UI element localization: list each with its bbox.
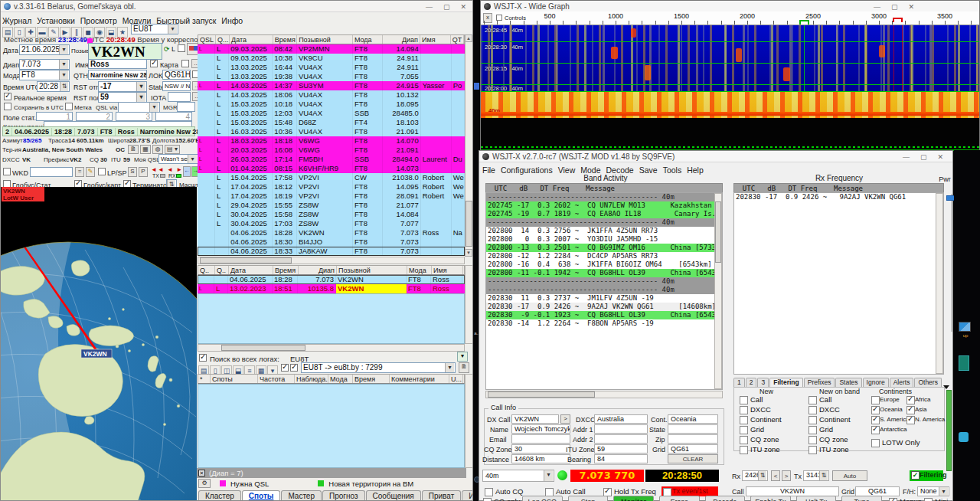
- wx-minimize-icon[interactable]: —: [903, 153, 910, 161]
- qsl-via-field[interactable]: [118, 102, 160, 113]
- stat-field-1[interactable]: 1: [36, 112, 73, 121]
- waterfall[interactable]: [481, 25, 979, 91]
- desktop-icon-window[interactable]: [959, 322, 971, 332]
- dx-call-field[interactable]: VK2WN: [511, 414, 559, 424]
- lpsp-checkbox[interactable]: [98, 168, 106, 175]
- wkd-field[interactable]: [30, 167, 73, 177]
- dupe-header-row[interactable]: Q..Q..ДатаВремяДиапПозывнойМодаИмя: [198, 265, 465, 275]
- ba-vscroll-thumb[interactable]: [715, 201, 721, 263]
- filter-tab[interactable]: Ignore: [863, 378, 889, 387]
- dx-call-lookup-button[interactable]: >: [560, 414, 570, 424]
- lotw-only-checkbox[interactable]: LOTW Only: [871, 438, 920, 448]
- rx-up-button[interactable]: >: [782, 470, 791, 481]
- cont-field[interactable]: Oceania: [668, 414, 718, 424]
- newband-filter-checkbox[interactable]: ITU zone: [808, 445, 869, 455]
- bottom-tab[interactable]: Споты: [242, 490, 281, 501]
- band-activity-list[interactable]: ----------------------------------------…: [485, 192, 723, 390]
- callsign-field[interactable]: VK2WN: [88, 43, 162, 60]
- save-utc-checkbox[interactable]: [4, 103, 11, 110]
- log-row[interactable]: 04.06.202518:30BI4JJOFT87.073: [198, 237, 465, 247]
- log-vscrollbar[interactable]: ▲ ▼: [465, 34, 473, 257]
- state-field[interactable]: NSW // NE: [162, 81, 191, 91]
- wg-maximize-icon[interactable]: ▢: [891, 3, 898, 11]
- decode-row[interactable]: 202830 -17 0.9 2426 ~ 9A2AJ VK2WN QG61 […: [486, 303, 722, 311]
- auto-button[interactable]: Auto: [832, 470, 867, 481]
- band-field[interactable]: 7.073: [19, 59, 70, 70]
- wsjtx-menu-item[interactable]: File: [482, 165, 501, 175]
- addr1-field[interactable]: [594, 424, 648, 434]
- decode-row[interactable]: ----------------------------------------…: [486, 286, 722, 294]
- wx-close-icon[interactable]: ✕: [937, 153, 943, 161]
- stat-field-4[interactable]: 4: [155, 112, 192, 121]
- bottom-tab[interactable]: Кластер: [198, 490, 241, 501]
- log-row[interactable]: L30.04.202515:58ZS8WFT814.084: [198, 210, 465, 219]
- log-row[interactable]: LL18.03.202518:18V6WGFT814.070: [198, 136, 465, 146]
- log-vscroll-thumb[interactable]: [466, 201, 472, 247]
- log-row[interactable]: L29.04.202515:55ZS8WFT821.077: [198, 201, 465, 210]
- email-field[interactable]: [511, 434, 570, 444]
- filter-tab[interactable]: Prefixes: [804, 378, 835, 387]
- log-row[interactable]: L16.03.202510:36VU4AXFT821.091: [198, 127, 465, 136]
- menu-item[interactable]: Инфо: [221, 15, 248, 26]
- menus-checkbox[interactable]: Menus: [888, 497, 922, 501]
- log-header-row[interactable]: QSLQ...ДатаВремяПозывнойМодаДиапИмяQT: [198, 34, 465, 44]
- decode-row[interactable]: ----------------------------------------…: [486, 218, 722, 227]
- op-name-field[interactable]: Wojciech Tomczyk: [511, 424, 570, 434]
- bottom-tab[interactable]: Прогноз: [322, 490, 365, 501]
- iota-field[interactable]: [168, 92, 191, 102]
- wx-maximize-icon[interactable]: ▢: [920, 153, 927, 161]
- gallery-button[interactable]: ▦: [140, 145, 151, 154]
- decode-row[interactable]: ----------------------------------------…: [486, 277, 722, 286]
- cluster-connect-checkbox[interactable]: [281, 364, 289, 372]
- main-button[interactable]: Erase: [659, 496, 700, 501]
- mode-field[interactable]: FT8: [19, 70, 70, 80]
- qth-field[interactable]: Narromine Nsw 2821: [88, 70, 147, 80]
- name-field[interactable]: Ross: [88, 59, 147, 69]
- filter-tab[interactable]: Filtering: [769, 378, 803, 387]
- log-hscroll-thumb[interactable]: [200, 257, 292, 264]
- maximize-icon[interactable]: ▢: [443, 3, 450, 11]
- decode-row[interactable]: 202830 -14 1.2 2264 ~ F8BON AP5ARS -19: [486, 319, 722, 328]
- rx-down-button[interactable]: <: [771, 470, 780, 481]
- grid-info-field[interactable]: QG61: [668, 444, 718, 454]
- decode-row[interactable]: 202800 14 0.3 2756 ~ JK1FFA 4Z5UN RR73: [486, 227, 722, 235]
- main-button[interactable]: Stop: [568, 496, 609, 501]
- lotw-checkbox[interactable]: [178, 44, 185, 52]
- dupe-row[interactable]: 04.06.202518:287.073VK2WNFT8Ross: [198, 275, 465, 284]
- rx-decode-row[interactable]: 202830 -17 0.9 2426 ~ 9A2AJ VK2WN QG61: [734, 193, 943, 201]
- log-row[interactable]: L15.03.202515:48D68ZFT418.103: [198, 118, 465, 127]
- bottom-tab[interactable]: Приват: [422, 490, 461, 501]
- equals-button[interactable]: =: [75, 167, 84, 177]
- wsjtx-titlebar[interactable]: WSJT-X v2.7.0-rc7 (WSJT-Z MOD v1.48 by S…: [479, 151, 952, 162]
- clear-button[interactable]: CLEAR: [668, 454, 718, 463]
- bottom-tab[interactable]: Инфо...: [462, 490, 473, 501]
- mark-checkbox[interactable]: [65, 103, 73, 110]
- main-button[interactable]: Enable Tx: [750, 496, 791, 501]
- scroll-down-icon[interactable]: ▼: [465, 249, 472, 257]
- cluster-edit-button[interactable]: 🗎: [459, 362, 469, 373]
- log-row[interactable]: L30.04.202517:03ZS8WFT87.077: [198, 219, 465, 228]
- log-hscrollbar[interactable]: [198, 257, 465, 264]
- desktop-icon-blue[interactable]: [474, 83, 479, 90]
- desktop-icon-teal[interactable]: [959, 355, 969, 371]
- my-qsl-select[interactable]: Wasn't sent: [158, 154, 198, 164]
- zip-field[interactable]: [668, 434, 718, 444]
- spots-header-row[interactable]: *СпотыЧастотаНаблюда...МодаВремяКоммента…: [198, 374, 465, 384]
- realtime-checkbox[interactable]: [4, 93, 11, 100]
- filter-tab[interactable]: Alerts: [890, 378, 914, 387]
- log-row[interactable]: 04.06.202518:33JA8KAWFT87.073: [198, 247, 465, 256]
- spots-vscrollbar[interactable]: [465, 374, 473, 468]
- ba-hscroll-thumb[interactable]: [488, 391, 595, 398]
- filter-tab[interactable]: 3: [757, 378, 769, 387]
- search-go-button[interactable]: ▾: [457, 352, 468, 362]
- filter-tab[interactable]: States: [835, 378, 861, 387]
- main-button[interactable]: Log QSO: [522, 496, 563, 501]
- decode-row[interactable]: 202745 -19 0.7 1819 ~ CQ EA8AO IL18 Cana…: [486, 210, 722, 218]
- new-filter-checkbox[interactable]: DXCC: [739, 405, 800, 415]
- main-button[interactable]: Tune: [841, 496, 882, 501]
- cq-only-checkbox[interactable]: CQ only: [482, 497, 520, 501]
- decode-row[interactable]: 202830 11 0.3 2737 ~ JM1LFV 4Z5UN -19: [486, 294, 722, 303]
- continent-checkbox[interactable]: N. America: [906, 415, 942, 425]
- controls-checkbox[interactable]: [496, 15, 502, 21]
- log-row[interactable]: L17.04.202518:19VP2VIFT828.091RobertWe: [198, 192, 465, 201]
